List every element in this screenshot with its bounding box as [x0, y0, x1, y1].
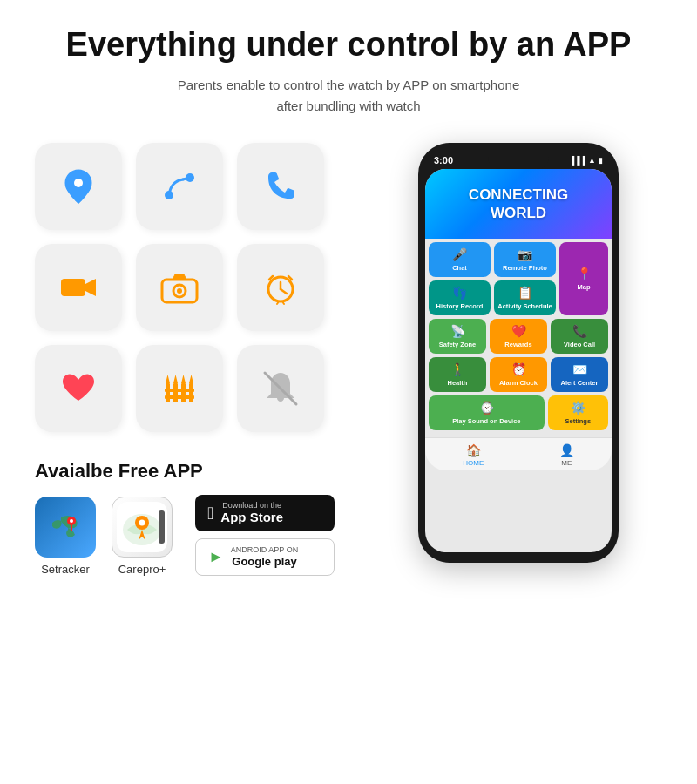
home-nav-icon: 🏠 — [466, 443, 481, 457]
content-row: Avaialbe Free APP — [35, 143, 662, 576]
svg-marker-22 — [166, 375, 170, 383]
googleplay-btn-bottom: Google play — [231, 555, 298, 569]
app-grid: 🎤 Chat 📷 Remote Photo — [425, 239, 612, 437]
subtitle-line2: after bundling with watch — [276, 98, 420, 113]
free-app-title: Avaialbe Free APP — [35, 460, 366, 483]
icon-cell-route — [136, 143, 223, 230]
phone-notch — [488, 153, 549, 169]
main-title: Everything under control by an APP — [66, 26, 632, 64]
svg-rect-37 — [159, 510, 165, 544]
battery-icon: ▮ — [599, 156, 603, 165]
icon-grid — [35, 143, 366, 432]
appstore-button[interactable]:  Download on the App Store — [195, 495, 335, 532]
svg-rect-18 — [166, 383, 170, 402]
carepro-icon — [112, 497, 173, 558]
app-cell-map[interactable]: 📍 Map — [559, 242, 608, 315]
app-cell-health[interactable]: 🚶 Health — [429, 357, 486, 392]
remote-photo-icon: 📷 — [518, 247, 532, 262]
nav-home[interactable]: 🏠 HOME — [463, 443, 484, 467]
no-bell-icon — [258, 366, 303, 411]
header-line2: WORLD — [491, 205, 546, 221]
fence-icon — [157, 366, 202, 411]
store-buttons:  Download on the App Store ► ANDROID AP… — [195, 495, 335, 576]
svg-rect-26 — [165, 389, 194, 392]
me-nav-label: ME — [561, 459, 572, 467]
phone-icon — [258, 164, 303, 209]
app-cell-alarm-clock[interactable]: ⏰ Alarm Clock — [490, 357, 547, 392]
video-icon — [56, 265, 101, 310]
svg-line-13 — [281, 289, 287, 294]
phone-mockup: 3:00 ▐▐▐ ▲ ▮ CONNECTING WORLD — [418, 143, 619, 563]
phone-status-icons: ▐▐▐ ▲ ▮ — [569, 156, 603, 165]
app-cell-rewards[interactable]: ❤️ Rewards — [490, 319, 547, 354]
heart-icon — [56, 366, 101, 411]
app-row-1: 🎤 Chat 📷 Remote Photo — [429, 242, 608, 315]
activity-icon: 📋 — [518, 285, 532, 301]
carepro-block: Carepro+ — [112, 497, 173, 576]
rewards-icon: ❤️ — [511, 323, 526, 339]
app-cell-play-sound[interactable]: ⌚ Play Sound on Device — [429, 395, 545, 430]
setracker-label: Setracker — [41, 563, 90, 576]
google-play-icon: ► — [208, 548, 224, 566]
appstore-btn-content: Download on the App Store — [220, 501, 283, 526]
svg-marker-25 — [189, 375, 193, 383]
svg-point-10 — [177, 288, 182, 294]
play-sound-icon: ⌚ — [479, 400, 494, 416]
googleplay-btn-content: ANDROID APP ON Google play — [231, 545, 298, 568]
phone-header: CONNECTING WORLD — [425, 169, 612, 239]
appstore-btn-top: Download on the — [220, 501, 283, 510]
location-icon — [56, 164, 101, 209]
history-icon: 👣 — [452, 285, 467, 301]
page-container: Everything under control by an APP Paren… — [0, 0, 697, 593]
phone-time: 3:00 — [434, 155, 453, 166]
icon-cell-camera — [136, 244, 223, 331]
app-cell-alert-center[interactable]: ✉️ Alert Center — [551, 357, 608, 392]
signal-icon: ▐▐▐ — [569, 156, 585, 165]
app-cell-remote-photo[interactable]: 📷 Remote Photo — [494, 242, 556, 277]
svg-rect-27 — [165, 395, 194, 399]
svg-rect-20 — [181, 383, 186, 402]
safety-icon: 📡 — [450, 323, 465, 339]
svg-marker-7 — [85, 279, 96, 296]
me-nav-icon: 👤 — [559, 443, 574, 457]
app-cell-settings[interactable]: ⚙️ Settings — [548, 395, 608, 430]
icon-cell-alarm — [237, 244, 324, 331]
route-icon — [157, 164, 202, 209]
app-row-2: 📡 Safety Zone ❤️ Rewards 📞 Video Call — [429, 319, 608, 354]
chat-icon: 🎤 — [452, 247, 467, 262]
svg-point-32 — [70, 519, 73, 523]
subtitle-line1: Parents enable to control the watch by A… — [178, 78, 519, 92]
app-cell-chat[interactable]: 🎤 Chat — [429, 242, 491, 277]
googleplay-button[interactable]: ► ANDROID APP ON Google play — [195, 538, 335, 575]
app-cell-activity[interactable]: 📋 Activity Schedule — [494, 280, 556, 315]
icon-cell-location — [35, 143, 122, 230]
health-icon: 🚶 — [450, 362, 465, 377]
svg-line-5 — [183, 178, 190, 179]
alarm-icon — [258, 265, 303, 310]
wifi-icon: ▲ — [588, 156, 596, 165]
phone-nav: 🏠 HOME 👤 ME — [425, 437, 612, 470]
svg-rect-21 — [189, 383, 193, 402]
icon-cell-heart — [35, 345, 122, 432]
svg-marker-23 — [173, 375, 178, 383]
home-nav-label: HOME — [463, 459, 484, 467]
map-icon: 📍 — [577, 266, 592, 281]
left-panel: Avaialbe Free APP — [35, 143, 366, 576]
app-cell-history[interactable]: 👣 History Record — [429, 280, 491, 315]
header-line1: CONNECTING — [469, 186, 568, 203]
alert-icon: ✉️ — [572, 362, 587, 377]
app-cell-safety[interactable]: 📡 Safety Zone — [429, 319, 486, 354]
app-cell-video-call[interactable]: 📞 Video Call — [551, 319, 608, 354]
svg-point-36 — [139, 519, 145, 525]
icon-cell-phone — [237, 143, 324, 230]
icon-cell-fence — [136, 345, 223, 432]
app-logos-row: Setracker — [35, 495, 366, 576]
connecting-world-text: CONNECTING WORLD — [469, 186, 568, 222]
right-panel: 3:00 ▐▐▐ ▲ ▮ CONNECTING WORLD — [375, 143, 662, 563]
svg-point-2 — [74, 179, 83, 187]
nav-me[interactable]: 👤 ME — [559, 443, 574, 467]
subtitle: Parents enable to control the watch by A… — [178, 75, 519, 117]
googleplay-btn-top: ANDROID APP ON — [231, 545, 298, 555]
phone-screen: CONNECTING WORLD 🎤 C — [425, 169, 612, 552]
icon-cell-video — [35, 244, 122, 331]
